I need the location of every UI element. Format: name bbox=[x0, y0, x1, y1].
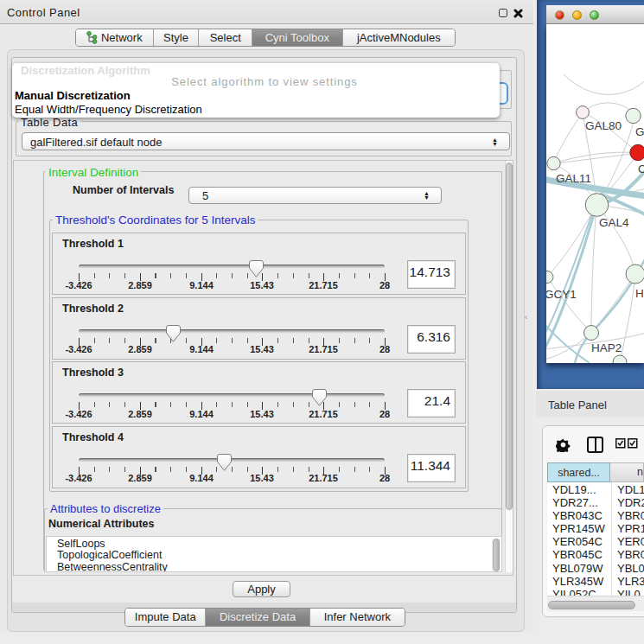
svg-text:GAL11: GAL11 bbox=[556, 172, 591, 185]
svg-text:GAL4: GAL4 bbox=[599, 216, 629, 229]
svg-text:GAL80: GAL80 bbox=[585, 119, 622, 132]
svg-text:HAP2: HAP2 bbox=[591, 341, 622, 354]
svg-text:GCY1: GCY1 bbox=[546, 288, 577, 301]
svg-text:C: C bbox=[638, 163, 644, 175]
svg-text:G.: G. bbox=[635, 125, 644, 138]
svg-text:H: H bbox=[635, 287, 644, 300]
